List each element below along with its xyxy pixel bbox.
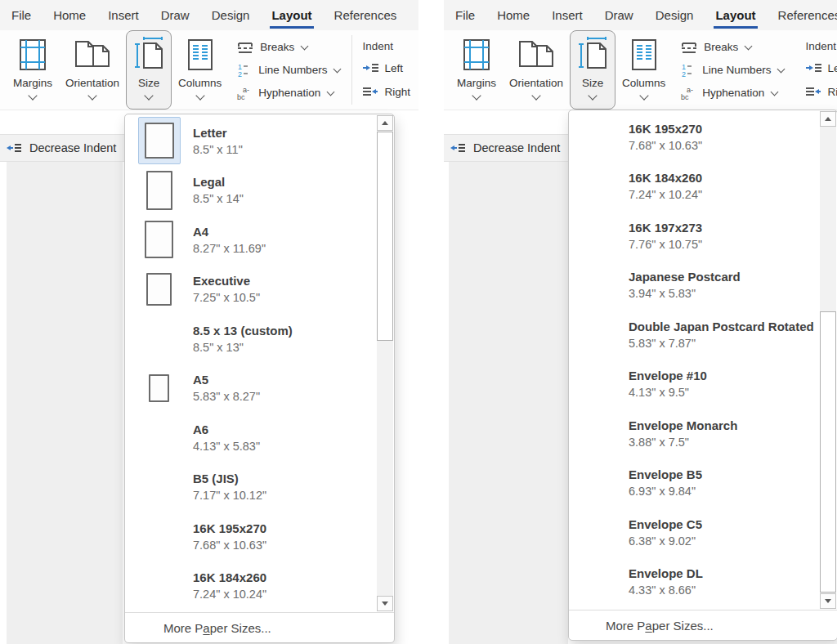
breaks-label: Breaks [704, 41, 738, 53]
scroll-thumb[interactable] [377, 132, 393, 341]
hyphenation-button[interactable]: a- bc Hyphenation [680, 85, 784, 101]
orientation-button[interactable]: Orientation [59, 30, 126, 110]
indent-right-field[interactable]: Right [805, 83, 837, 100]
size-option-japanese-postcard[interactable]: Japanese Postcard3.94" x 5.83" [569, 261, 837, 311]
tab-layout[interactable]: Layout [271, 8, 311, 22]
tab-insert[interactable]: Insert [552, 8, 583, 22]
scrollbar[interactable] [377, 115, 393, 611]
tab-file[interactable]: File [11, 8, 31, 22]
layout-ribbon: Margins Orientation [444, 30, 837, 110]
size-option-16k-195[interactable]: 16K 195x2707.68" x 10.63" [569, 112, 837, 162]
breaks-button[interactable]: Breaks [236, 39, 340, 56]
size-option-16k-184[interactable]: 16K 184x2607.24" x 10.24" [125, 561, 394, 611]
size-option-executive[interactable]: Executive7.25" x 10.5" [125, 265, 394, 315]
margins-button[interactable]: Margins [7, 30, 59, 110]
decrease-indent-label: Decrease Indent [29, 141, 116, 154]
size-option-16k-197[interactable]: 16K 197x2737.76" x 10.75" [569, 211, 837, 261]
size-option-a5[interactable]: A55.83" x 8.27" [125, 364, 394, 414]
chevron-down-icon [588, 91, 597, 100]
page-icon [149, 374, 169, 402]
size-button[interactable]: Size [126, 30, 172, 110]
chevron-down-icon [301, 42, 309, 50]
size-option-name: A4 [193, 223, 266, 240]
left-screenshot-panel: File Home Insert Draw Design Layout Refe… [0, 0, 418, 644]
scroll-down-button[interactable] [820, 593, 836, 609]
chevron-down-icon [333, 65, 342, 73]
tab-layout[interactable]: Layout [715, 8, 755, 22]
tab-insert[interactable]: Insert [108, 8, 139, 22]
orientation-icon [74, 35, 111, 74]
scroll-thumb[interactable] [820, 311, 836, 593]
decrease-indent-button[interactable]: Decrease Indent [0, 134, 128, 162]
size-option-legal[interactable]: Legal8.5" x 14" [125, 166, 394, 216]
tab-draw[interactable]: Draw [161, 8, 190, 22]
ribbon-group-divider [351, 35, 352, 105]
tab-file[interactable]: File [455, 8, 475, 22]
decrease-indent-button[interactable]: Decrease Indent [444, 134, 574, 162]
svg-text:bc: bc [681, 93, 689, 101]
size-label: Size [582, 77, 603, 89]
orientation-label: Orientation [509, 77, 563, 89]
size-option-16k-184[interactable]: 16K 184x2607.24" x 10.24" [569, 162, 837, 212]
indent-group: Indent Left [362, 30, 410, 110]
size-option-double-japan-postcard[interactable]: Double Japan Postcard Rotated5.83" x 7.8… [569, 310, 837, 360]
size-option-custom[interactable]: 8.5 x 13 (custom)8.5" x 13" [125, 314, 394, 364]
chevron-down-icon [327, 87, 335, 96]
size-option-a4[interactable]: A48.27" x 11.69" [125, 215, 394, 265]
scroll-up-button[interactable] [820, 111, 836, 127]
tab-references[interactable]: References [778, 8, 837, 22]
chevron-down-icon [531, 91, 540, 100]
orientation-button[interactable]: Orientation [503, 30, 570, 110]
line-numbers-button[interactable]: 1 2 Line Numbers [680, 62, 784, 78]
scrollbar[interactable] [820, 111, 836, 609]
size-option-name: Envelope Monarch [629, 417, 737, 434]
tab-draw[interactable]: Draw [605, 8, 633, 22]
size-option-name: 16K 195x270 [629, 120, 702, 137]
size-option-dims: 8.5" x 14" [193, 190, 244, 207]
line-numbers-icon: 1 2 [236, 63, 253, 78]
page-icon [146, 273, 172, 306]
indent-right-field[interactable]: Right [362, 83, 410, 100]
size-option-dims: 7.76" x 10.75" [629, 236, 702, 253]
margins-label: Margins [457, 77, 496, 89]
tab-design[interactable]: Design [212, 8, 250, 22]
size-option-name: Double Japan Postcard Rotated [629, 318, 814, 335]
scroll-up-button[interactable] [377, 115, 393, 131]
tab-home[interactable]: Home [497, 8, 530, 22]
line-numbers-icon: 1 2 [680, 63, 696, 78]
columns-label: Columns [622, 77, 665, 89]
size-option-b5[interactable]: B5 (JIS)7.17" x 10.12" [125, 463, 394, 512]
size-option-envelope-dl[interactable]: Envelope DL4.33" x 8.66" [569, 557, 837, 607]
more-paper-sizes-button[interactable]: More Paper Sizes... [569, 610, 837, 640]
size-option-envelope-b5[interactable]: Envelope B56.93" x 9.84" [569, 458, 837, 508]
size-option-letter[interactable]: Letter8.5" x 11" [125, 116, 394, 166]
columns-button[interactable]: Columns [172, 30, 228, 110]
size-option-a6[interactable]: A64.13" x 5.83" [125, 413, 394, 463]
scroll-down-button[interactable] [377, 596, 393, 611]
size-option-envelope-c5[interactable]: Envelope C56.38" x 9.02" [569, 508, 837, 557]
columns-button[interactable]: Columns [615, 30, 672, 110]
chevron-down-icon [28, 91, 37, 100]
hyphenation-button[interactable]: a- bc Hyphenation [236, 85, 340, 101]
size-label: Size [138, 77, 159, 89]
margins-button[interactable]: Margins [450, 30, 503, 110]
size-option-envelope-10[interactable]: Envelope #104.13" x 9.5" [569, 360, 837, 409]
breaks-button[interactable]: Breaks [680, 39, 784, 56]
columns-label: Columns [178, 77, 222, 89]
indent-left-field[interactable]: Left [362, 60, 410, 76]
size-button[interactable]: Size [570, 30, 615, 110]
triangle-up-icon [382, 121, 388, 125]
more-paper-sizes-button[interactable]: More Paper Sizes... [125, 613, 394, 642]
size-option-envelope-monarch[interactable]: Envelope Monarch3.88" x 7.5" [569, 409, 837, 458]
line-numbers-button[interactable]: 1 2 Line Numbers [236, 62, 340, 78]
indent-left-field[interactable]: Left [805, 60, 837, 76]
tab-references[interactable]: References [334, 8, 397, 22]
size-option-16k-195[interactable]: 16K 195x2707.68" x 10.63" [125, 512, 394, 561]
svg-text:2: 2 [238, 70, 242, 78]
tab-home[interactable]: Home [53, 8, 86, 22]
document-canvas [7, 162, 123, 644]
triangle-down-icon [382, 602, 388, 606]
size-option-dims: 4.13" x 5.83" [193, 438, 260, 454]
size-option-name: Japanese Postcard [629, 268, 741, 285]
tab-design[interactable]: Design [656, 8, 694, 22]
